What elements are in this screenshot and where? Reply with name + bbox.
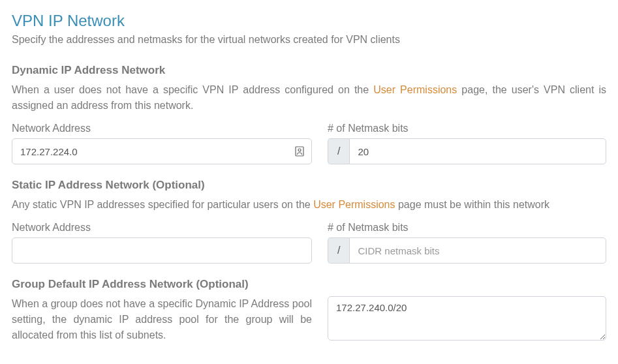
static-network-input[interactable] [12,237,312,264]
static-netmask-prefix: / [328,237,349,264]
dynamic-section-title: Dynamic IP Address Network [12,64,606,77]
user-permissions-link-static[interactable]: User Permissions [313,199,395,210]
static-section: Static IP Address Network (Optional) Any… [12,179,606,264]
static-section-title: Static IP Address Network (Optional) [12,179,606,192]
group-subnets-textarea[interactable] [328,296,606,341]
page-title: VPN IP Network [12,12,606,30]
dynamic-netmask-prefix: / [328,138,349,164]
dynamic-network-label: Network Address [12,123,312,134]
dynamic-desc-before: When a user does not have a specific VPN… [12,84,373,95]
group-section-desc: When a group does not have a specific Dy… [12,296,312,343]
group-section-title: Group Default IP Address Network (Option… [12,278,606,291]
dynamic-netmask-input[interactable] [349,138,606,164]
dynamic-network-input[interactable] [12,138,312,164]
user-permissions-link[interactable]: User Permissions [373,84,457,95]
page-subtitle: Specify the addresses and netmasks for t… [12,34,606,46]
static-section-desc: Any static VPN IP addresses specified fo… [12,197,606,213]
static-network-label: Network Address [12,222,312,234]
group-section: Group Default IP Address Network (Option… [12,278,606,343]
static-desc-before: Any static VPN IP addresses specified fo… [12,199,313,210]
static-netmask-input[interactable] [349,237,606,264]
dynamic-section: Dynamic IP Address Network When a user d… [12,64,606,164]
contact-card-icon [295,146,304,157]
dynamic-section-desc: When a user does not have a specific VPN… [12,82,606,114]
dynamic-netmask-label: # of Netmask bits [328,123,606,134]
static-netmask-label: # of Netmask bits [328,222,606,234]
svg-point-1 [298,149,301,151]
static-desc-after: page must be within this network [395,199,550,210]
